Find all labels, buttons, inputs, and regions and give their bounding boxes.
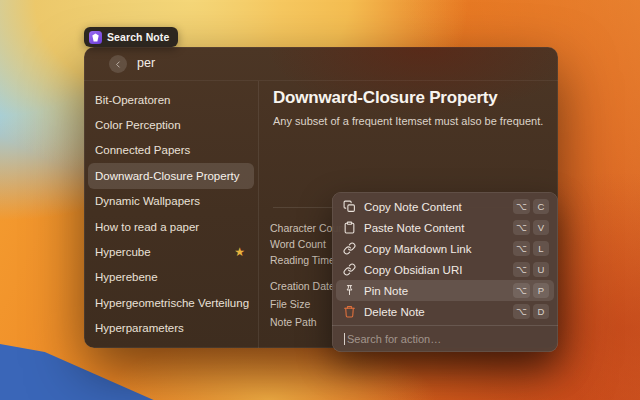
search-note-tooltip: Search Note <box>84 27 178 47</box>
metadata-label: Creation Date <box>270 280 335 292</box>
note-list-item[interactable]: Hyperebene <box>88 265 254 290</box>
search-bar: per <box>84 47 558 80</box>
obsidian-logo-icon <box>89 31 102 44</box>
menu-item-copy-note-content[interactable]: Copy Note Content ⌥ C <box>336 196 554 217</box>
modifier-key: ⌥ <box>513 262 530 277</box>
tooltip-label: Search Note <box>107 31 169 43</box>
star-icon: ★ <box>234 246 245 258</box>
shortcut-key: D <box>533 304 549 319</box>
search-input[interactable]: per <box>137 47 155 80</box>
modifier-key: ⌥ <box>513 241 530 256</box>
metadata-label: Note Path <box>270 316 317 328</box>
note-subtitle: Any subset of a frequent Itemset must al… <box>273 115 543 127</box>
note-list-item[interactable]: How to read a paper <box>88 214 254 239</box>
action-search-placeholder: Search for action… <box>347 333 441 345</box>
shortcut-key: V <box>533 220 549 235</box>
shortcut-key: C <box>533 199 549 214</box>
shortcut-key: P <box>533 283 549 298</box>
note-list-item[interactable]: Connected Papers <box>88 138 254 163</box>
metadata-label: Word Count <box>270 238 326 250</box>
shortcut-key: L <box>533 241 549 256</box>
menu-item-pin-note[interactable]: Pin Note ⌥ P <box>336 280 554 301</box>
clipboard-icon <box>343 221 356 234</box>
menu-item-copy-obsidian-uri[interactable]: Copy Obsidian URI ⌥ U <box>336 259 554 280</box>
note-list: Bit-Operatoren Color Perception Connecte… <box>84 81 258 348</box>
desktop: Search Note per Bit-Operatoren Color Per… <box>0 0 640 400</box>
modifier-key: ⌥ <box>513 304 530 319</box>
back-button[interactable] <box>109 55 127 73</box>
note-list-item[interactable]: Hyperparameters <box>88 316 254 341</box>
trash-icon <box>343 305 356 318</box>
note-list-item[interactable]: Hypergeometrische Verteilung <box>88 290 254 315</box>
note-list-item[interactable]: Dynamic Wallpapers <box>88 189 254 214</box>
metadata-label: Reading Time <box>270 254 335 266</box>
link-icon <box>343 263 356 276</box>
note-title: Downward-Closure Property <box>273 88 498 108</box>
text-caret <box>344 333 345 345</box>
copy-icon <box>343 200 356 213</box>
metadata-label: File Size <box>270 298 310 310</box>
note-list-item[interactable]: Hypercube ★ <box>88 239 254 264</box>
note-list-item-selected[interactable]: Downward-Closure Property <box>88 163 254 188</box>
menu-item-paste-note-content[interactable]: Paste Note Content ⌥ V <box>336 217 554 238</box>
shortcut-key: U <box>533 262 549 277</box>
link-icon <box>343 242 356 255</box>
menu-item-copy-markdown-link[interactable]: Copy Markdown Link ⌥ L <box>336 238 554 259</box>
modifier-key: ⌥ <box>513 199 530 214</box>
note-list-item[interactable]: Color Perception <box>88 112 254 137</box>
modifier-key: ⌥ <box>513 220 530 235</box>
menu-item-delete-note[interactable]: Delete Note ⌥ D <box>336 301 554 322</box>
action-menu: Copy Note Content ⌥ C Paste Note Content… <box>332 192 558 352</box>
chevron-left-icon <box>114 60 123 69</box>
pin-icon <box>343 284 356 297</box>
note-list-item[interactable]: Bit-Operatoren <box>88 87 254 112</box>
action-search-input[interactable]: Search for action… <box>336 326 554 351</box>
modifier-key: ⌥ <box>513 283 530 298</box>
